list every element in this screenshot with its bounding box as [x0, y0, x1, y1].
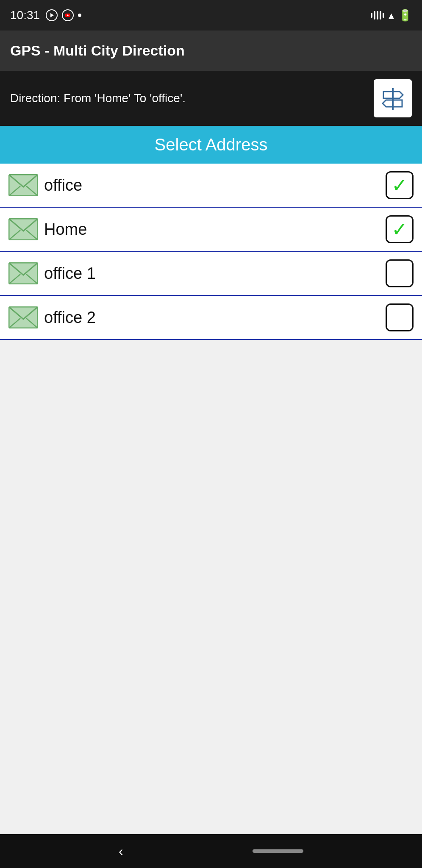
signpost-icon	[379, 85, 406, 112]
checkbox-1[interactable]: ✓	[386, 215, 414, 243]
select-address-title: Select Address	[155, 135, 268, 154]
direction-icon-box	[374, 79, 412, 117]
vibrate-icon	[371, 11, 384, 19]
media-session-icon	[46, 9, 58, 21]
status-bar: 10:31 ▴ 🔋	[0, 0, 422, 31]
address-item-3[interactable]: office 2	[0, 296, 422, 340]
envelope-icon-1	[8, 218, 38, 240]
svg-marker-0	[50, 13, 54, 17]
notification-dot	[78, 14, 81, 17]
youtube-icon	[62, 9, 74, 21]
checkbox-0[interactable]: ✓	[386, 171, 414, 199]
address-label-1: Home	[44, 220, 87, 239]
checkbox-2[interactable]	[386, 259, 414, 287]
app-title: GPS - Multi City Direction	[10, 42, 185, 58]
address-item-1[interactable]: Home ✓	[0, 208, 422, 252]
address-item-left-1: Home	[8, 218, 87, 240]
wifi-icon: ▴	[389, 9, 394, 22]
address-item-left-3: office 2	[8, 306, 96, 328]
envelope-icon-2	[8, 262, 38, 284]
battery-icon: 🔋	[398, 9, 412, 22]
direction-text: Direction: From 'Home' To 'office'.	[10, 92, 186, 105]
envelope-icon-0	[8, 174, 38, 196]
status-time: 10:31	[10, 8, 40, 22]
home-pill[interactable]	[253, 849, 303, 853]
envelope-icon-3	[8, 306, 38, 328]
app-bar: GPS - Multi City Direction	[0, 31, 422, 71]
back-button[interactable]: ‹	[119, 843, 123, 859]
address-label-3: office 2	[44, 309, 96, 327]
address-label-2: office 1	[44, 264, 96, 283]
checkmark-0: ✓	[391, 175, 408, 195]
select-address-bar: Select Address	[0, 126, 422, 164]
bottom-nav: ‹	[0, 834, 422, 868]
address-item-0[interactable]: office ✓	[0, 164, 422, 208]
address-item-2[interactable]: office 1	[0, 252, 422, 296]
checkbox-3[interactable]	[386, 303, 414, 331]
status-icons-right: ▴ 🔋	[371, 9, 412, 22]
address-list: office ✓ Home ✓	[0, 164, 422, 340]
address-item-left-0: office	[8, 174, 82, 196]
address-label-0: office	[44, 176, 82, 195]
content-area	[0, 340, 422, 834]
status-icons-left	[46, 9, 81, 21]
address-item-left-2: office 1	[8, 262, 96, 284]
checkmark-1: ✓	[391, 220, 408, 239]
direction-banner: Direction: From 'Home' To 'office'.	[0, 71, 422, 126]
